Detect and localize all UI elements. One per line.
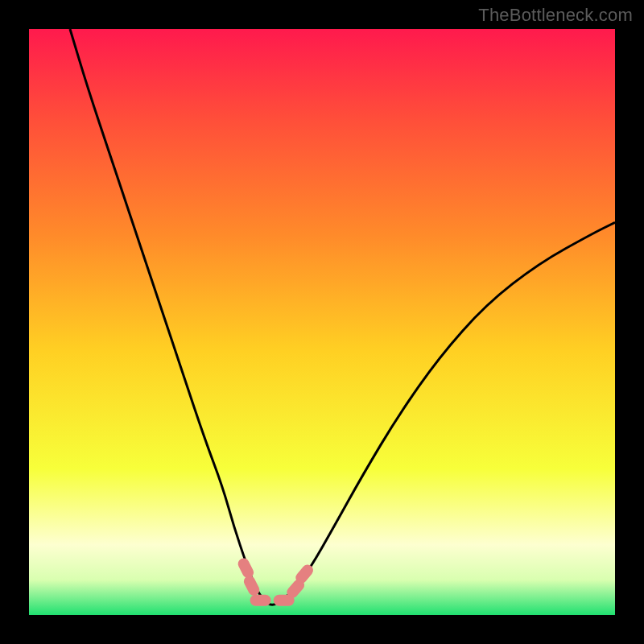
gradient-background xyxy=(29,29,615,615)
svg-rect-2 xyxy=(250,595,271,606)
watermark-text: TheBottleneck.com xyxy=(478,5,633,26)
plot-area xyxy=(29,29,615,615)
trough-left-marker xyxy=(250,595,271,606)
bottleneck-chart xyxy=(29,29,615,615)
chart-frame: TheBottleneck.com xyxy=(0,0,644,644)
